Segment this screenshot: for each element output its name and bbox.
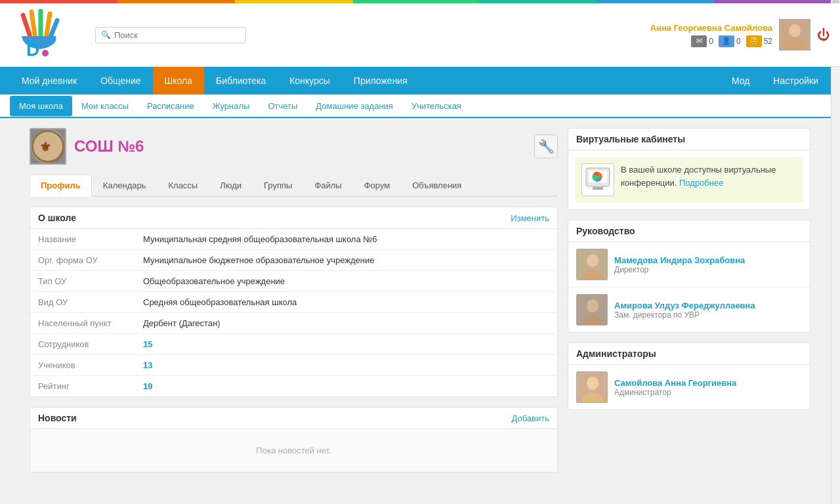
virtual-cabinets-section: Виртуальные кабинеты	[568, 128, 810, 210]
about-school-section: О школе Изменить Название Муниципальная …	[30, 207, 558, 397]
top-bar: D 🔍 Анна Георгиевна Самойлова ✉ 0 👤 0	[0, 3, 840, 67]
tab-announcements[interactable]: Объявления	[401, 175, 472, 197]
table-row: Орг. форма ОУ Муниципальное бюджетное об…	[30, 250, 557, 271]
svg-line-0	[23, 15, 30, 35]
admins-section: Администраторы Самойлова Анна Георгиевна…	[568, 343, 810, 410]
nav-item-school[interactable]: Школа	[153, 67, 205, 94]
table-row: Рейтинг 19	[30, 376, 557, 397]
row-label: Сотрудников	[30, 334, 135, 355]
user-name[interactable]: Анна Георгиевна Самойлова	[650, 23, 772, 33]
row-value: Средняя общеобразовательная школа	[135, 292, 557, 313]
search-input[interactable]	[114, 30, 226, 40]
row-label: Вид ОУ	[30, 292, 135, 313]
nav-item-apps[interactable]: Приложения	[342, 67, 419, 94]
sub-nav-journals[interactable]: Журналы	[203, 96, 259, 116]
nav-item-communication[interactable]: Общение	[89, 67, 152, 94]
list-item: Самойлова Анна Георгиевна Администратор	[568, 365, 810, 410]
nav-item-mod[interactable]: Мод	[720, 67, 761, 94]
search-box[interactable]: 🔍	[95, 27, 246, 43]
person-name[interactable]: Самойлова Анна Георгиевна	[614, 378, 802, 388]
school-header: ⚜ СОШ №6 🔧	[30, 128, 558, 165]
svg-point-25	[587, 377, 598, 390]
logo-icon[interactable]: D	[10, 9, 69, 61]
sub-nav-my-classes[interactable]: Мои классы	[72, 96, 138, 116]
tab-people[interactable]: Люди	[209, 175, 253, 197]
school-title: СОШ №6	[74, 137, 144, 156]
management-section: Руководство Мамедова Индира Зохрабовна Д…	[568, 220, 810, 333]
sub-nav-reports[interactable]: Отчеты	[259, 96, 306, 116]
page-content: ⚜ СОШ №6 🔧 Профиль Календарь Классы Люди…	[20, 118, 820, 492]
logo-area: D	[10, 9, 82, 61]
nav-item-settings[interactable]: Настройки	[761, 67, 830, 94]
virtual-cabinet-box: В вашей школе доступны виртуальные конфе…	[575, 157, 803, 203]
sub-nav-my-school[interactable]: Моя школа	[10, 96, 72, 116]
scrollbar-track[interactable]	[831, 0, 840, 492]
person-avatar	[576, 371, 608, 403]
tab-classes[interactable]: Классы	[157, 175, 209, 197]
sub-nav-homework[interactable]: Домашние задания	[306, 96, 402, 116]
svg-line-4	[51, 20, 57, 37]
svg-text:⚜: ⚜	[39, 140, 51, 154]
rating-link[interactable]: 19	[143, 381, 152, 391]
tab-files[interactable]: Файлы	[303, 175, 352, 197]
svg-point-6	[42, 50, 49, 56]
list-item: Амирова Улдуз Фереджуллаевна Зам. директ…	[568, 287, 810, 332]
nav-item-diary[interactable]: Мой дневник	[10, 67, 89, 94]
friends-count: 52	[764, 37, 772, 46]
table-row: Название Муниципальная средняя общеобраз…	[30, 229, 557, 250]
vc-link[interactable]: Подробнее	[679, 178, 723, 188]
row-label: Тип ОУ	[30, 271, 135, 292]
about-school-table: Название Муниципальная средняя общеобраз…	[30, 229, 557, 396]
tab-forum[interactable]: Форум	[353, 175, 402, 197]
main-navigation: Мой дневник Общение Школа Библиотека Кон…	[0, 67, 840, 94]
person-role: Зам. директора по УВР	[614, 310, 802, 320]
virtual-cabinets-title: Виртуальные кабинеты	[568, 129, 810, 150]
person-avatar	[576, 294, 608, 326]
person-role: Директор	[614, 265, 802, 274]
svg-point-10	[789, 24, 801, 37]
user-avatar[interactable]	[779, 19, 810, 51]
admins-title: Администраторы	[568, 343, 810, 365]
vc-text: В вашей школе доступны виртуальные конфе…	[621, 163, 797, 189]
sub-nav-teachers-room[interactable]: Учительская	[402, 96, 471, 116]
main-column: ⚜ СОШ №6 🔧 Профиль Календарь Классы Люди…	[30, 128, 558, 482]
person-notification[interactable]: 👤 0	[719, 35, 741, 47]
friends-notification[interactable]: 😊 52	[746, 35, 772, 47]
logout-icon[interactable]: ⏻	[817, 28, 830, 43]
news-add[interactable]: Добавить	[512, 413, 549, 423]
tab-profile[interactable]: Профиль	[30, 175, 92, 197]
person-info: Амирова Улдуз Фереджуллаевна Зам. директ…	[614, 301, 802, 320]
table-row: Учеников 13	[30, 355, 557, 376]
row-label: Орг. форма ОУ	[30, 250, 135, 271]
person-avatar	[576, 249, 608, 280]
sub-nav-schedule[interactable]: Расписание	[138, 96, 203, 116]
school-settings-button[interactable]: 🔧	[534, 135, 558, 158]
friends-icon: 😊	[746, 35, 762, 47]
person-name[interactable]: Мамедова Индира Зохрабовна	[614, 255, 802, 265]
row-label: Учеников	[30, 355, 135, 376]
person-info: Самойлова Анна Георгиевна Администратор	[614, 378, 802, 397]
search-area: 🔍	[82, 27, 650, 43]
students-count-link[interactable]: 13	[143, 360, 152, 370]
mail-notification[interactable]: ✉ 0	[691, 35, 713, 47]
staff-count-link[interactable]: 15	[143, 339, 152, 349]
user-area: Анна Георгиевна Самойлова ✉ 0 👤 0 😊 52	[650, 19, 830, 51]
nav-item-library[interactable]: Библиотека	[204, 67, 278, 94]
tab-calendar[interactable]: Календарь	[92, 175, 158, 197]
person-count: 0	[736, 37, 741, 46]
user-info-block: Анна Георгиевна Самойлова ✉ 0 👤 0 😊 52	[650, 23, 772, 47]
row-value: Муниципальное бюджетное образовательное …	[135, 250, 557, 271]
person-name[interactable]: Амирова Улдуз Фереджуллаевна	[614, 301, 802, 310]
main-nav-right: Мод Настройки	[720, 67, 830, 94]
sub-navigation: Моя школа Мои классы Расписание Журналы …	[0, 94, 840, 118]
about-school-edit[interactable]: Изменить	[511, 213, 549, 223]
table-row: Сотрудников 15	[30, 334, 557, 355]
row-label: Название	[30, 229, 135, 250]
tab-groups[interactable]: Группы	[253, 175, 303, 197]
profile-tabs: Профиль Календарь Классы Люди Группы Фай…	[30, 175, 558, 197]
nav-item-contests[interactable]: Конкурсы	[278, 67, 342, 94]
svg-point-19	[587, 254, 598, 267]
school-logo-image: ⚜	[31, 129, 65, 163]
mail-icon: ✉	[691, 35, 707, 47]
news-section: Новости Добавить Пока новостей нет.	[30, 407, 558, 472]
